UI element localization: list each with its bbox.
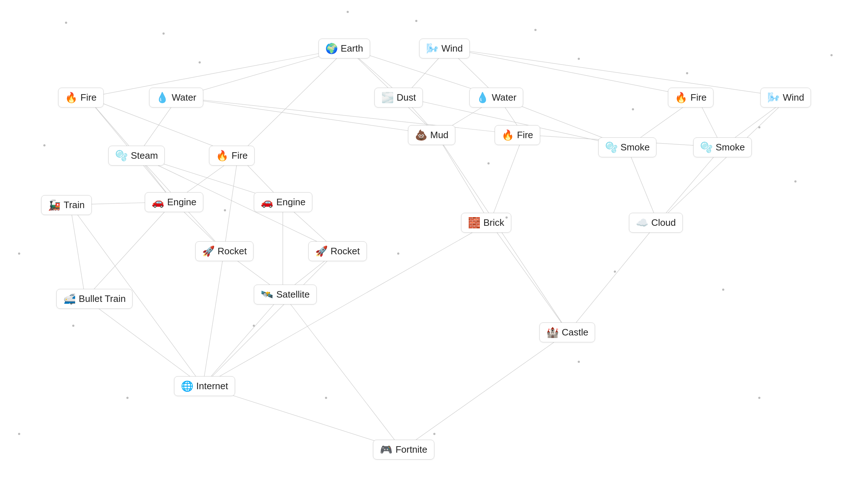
element-node-smoke2[interactable]: 🫧Smoke: [693, 137, 752, 157]
element-node-water1[interactable]: 💧Water: [149, 88, 203, 107]
internet-icon: 🌐: [181, 380, 194, 392]
decorative-dot-15: [505, 216, 508, 219]
dust-label: Dust: [397, 92, 416, 103]
engine1-label: Engine: [167, 197, 196, 208]
element-node-steam[interactable]: 🫧Steam: [108, 146, 165, 166]
element-node-internet[interactable]: 🌐Internet: [174, 376, 235, 396]
decorative-dot-18: [126, 397, 129, 399]
element-node-brick[interactable]: 🧱Brick: [461, 213, 511, 233]
decorative-dot-7: [686, 72, 688, 74]
mud-label: Mud: [430, 129, 449, 141]
decorative-dot-13: [253, 325, 255, 327]
decorative-dot-9: [830, 54, 833, 56]
decorative-dot-16: [614, 271, 616, 273]
wind1-label: Wind: [442, 43, 463, 54]
castle-label: Castle: [562, 327, 589, 338]
element-node-smoke1[interactable]: 🫧Smoke: [598, 137, 657, 157]
decorative-dot-8: [758, 126, 760, 128]
earth-label: Earth: [341, 43, 363, 54]
decorative-dot-23: [18, 433, 20, 435]
decorative-dot-27: [487, 162, 490, 164]
smoke2-icon: 🫧: [700, 141, 713, 153]
element-node-bullet_train[interactable]: 🚅Bullet Train: [56, 289, 133, 309]
element-node-rocket1[interactable]: 🚀Rocket: [195, 241, 254, 261]
brick-label: Brick: [483, 217, 504, 228]
smoke1-label: Smoke: [621, 142, 650, 153]
engine2-icon: 🚗: [261, 196, 273, 208]
wind1-icon: 🌬️: [426, 43, 439, 54]
element-node-engine2[interactable]: 🚗Engine: [254, 192, 312, 212]
element-node-rocket2[interactable]: 🚀Rocket: [308, 241, 367, 261]
element-node-wind1[interactable]: 🌬️Wind: [419, 39, 470, 58]
decorative-dot-24: [199, 61, 201, 63]
svg-line-46: [203, 251, 337, 386]
element-node-cloud[interactable]: ☁️Cloud: [629, 213, 683, 233]
svg-line-51: [283, 294, 402, 450]
fortnite-label: Fortnite: [395, 444, 427, 455]
bullet_train-icon: 🚅: [63, 293, 76, 305]
element-node-fire1[interactable]: 🔥Fire: [58, 88, 104, 107]
water1-icon: 💧: [156, 92, 169, 104]
rocket1-label: Rocket: [218, 246, 247, 257]
svg-line-37: [658, 97, 789, 223]
element-node-wind2[interactable]: 🌬️Wind: [760, 88, 811, 107]
fire1-label: Fire: [81, 92, 97, 103]
decorative-dot-20: [433, 433, 435, 435]
element-node-fire2[interactable]: 🔥Fire: [209, 146, 255, 166]
svg-line-47: [70, 205, 85, 299]
element-node-mud[interactable]: 💩Mud: [408, 125, 456, 145]
svg-line-5: [238, 48, 347, 156]
decorative-dot-10: [794, 180, 797, 183]
element-node-fire3[interactable]: 🔥Fire: [495, 125, 540, 145]
decorative-dot-0: [65, 22, 67, 24]
svg-line-27: [224, 155, 238, 251]
smoke2-label: Smoke: [716, 142, 745, 153]
fire4-label: Fire: [690, 92, 707, 103]
decorative-dot-19: [325, 397, 327, 399]
connection-lines: [0, 0, 868, 492]
svg-line-30: [490, 135, 524, 223]
mud-icon: 💩: [415, 129, 428, 141]
decorative-dot-12: [72, 325, 74, 327]
element-node-water2[interactable]: 💧Water: [469, 88, 523, 107]
decorative-dot-5: [578, 58, 580, 60]
element-node-engine1[interactable]: 🚗Engine: [145, 192, 203, 212]
castle-icon: 🏰: [546, 326, 559, 338]
element-node-castle[interactable]: 🏰Castle: [539, 322, 595, 342]
decorative-dot-26: [224, 209, 226, 211]
smoke1-icon: 🫧: [605, 141, 618, 153]
wind2-icon: 🌬️: [767, 92, 780, 104]
decorative-dot-21: [578, 361, 580, 363]
decorative-dot-4: [534, 29, 537, 31]
svg-line-50: [203, 294, 283, 386]
svg-line-56: [402, 332, 568, 450]
decorative-dot-1: [162, 32, 165, 35]
fire3-icon: 🔥: [502, 129, 514, 141]
element-node-dust[interactable]: 🌫️Dust: [374, 88, 423, 107]
satellite-label: Satellite: [276, 289, 310, 300]
svg-line-49: [85, 299, 203, 386]
rocket2-label: Rocket: [331, 246, 360, 257]
svg-line-29: [437, 135, 568, 332]
rocket2-icon: 🚀: [315, 245, 328, 257]
fire1-icon: 🔥: [65, 92, 78, 104]
decorative-dot-25: [43, 144, 45, 146]
steam-label: Steam: [131, 150, 158, 161]
water2-label: Water: [492, 92, 516, 103]
dust-icon: 🌫️: [381, 92, 394, 104]
svg-line-44: [203, 251, 224, 386]
fire2-icon: 🔥: [216, 150, 229, 162]
fire2-label: Fire: [231, 150, 248, 161]
element-node-satellite[interactable]: 🛰️Satellite: [254, 285, 317, 304]
element-node-earth[interactable]: 🌍Earth: [318, 39, 370, 58]
bullet_train-label: Bullet Train: [79, 293, 126, 304]
fire4-icon: 🔥: [675, 92, 687, 104]
decorative-dot-11: [18, 252, 20, 255]
fortnite-icon: 🎮: [380, 444, 392, 456]
element-node-fire4[interactable]: 🔥Fire: [668, 88, 713, 107]
element-node-train[interactable]: 🚂Train: [41, 195, 91, 215]
decorative-dot-14: [397, 252, 399, 255]
svg-line-32: [627, 147, 658, 223]
element-node-fortnite[interactable]: 🎮Fortnite: [373, 440, 434, 460]
engine1-icon: 🚗: [152, 196, 164, 208]
